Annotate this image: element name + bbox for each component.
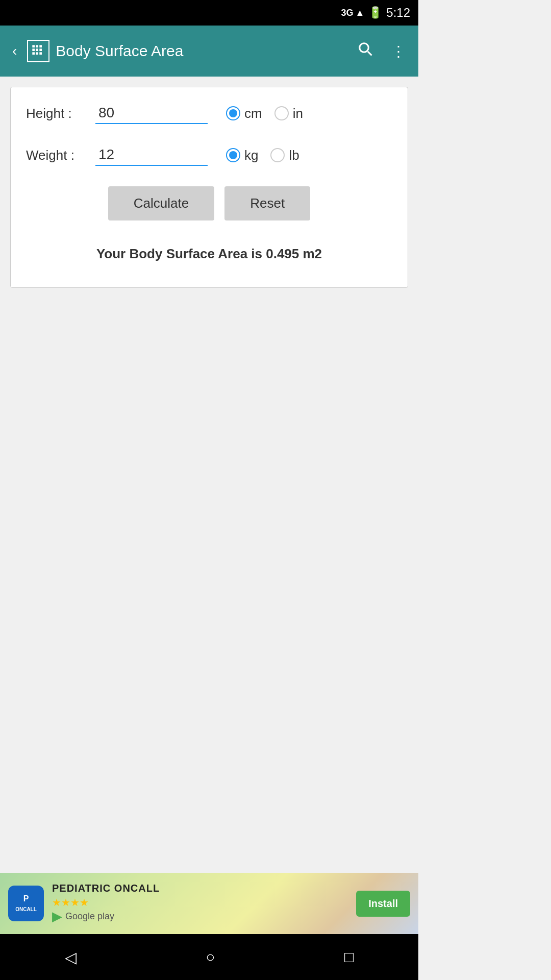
- signal-indicator: 3G ▲: [341, 8, 364, 18]
- height-cm-label: cm: [244, 106, 262, 121]
- weight-lb-option[interactable]: lb: [270, 148, 299, 163]
- svg-rect-3: [33, 48, 35, 51]
- svg-rect-8: [40, 52, 42, 55]
- height-in-radio[interactable]: [274, 106, 289, 120]
- ad-icon-text: PONCALL: [15, 894, 37, 913]
- svg-rect-4: [36, 48, 39, 51]
- svg-rect-7: [36, 52, 39, 55]
- back-button[interactable]: ‹: [8, 39, 21, 63]
- store-label: Google play: [65, 911, 114, 922]
- ad-store: ▶ Google play: [52, 909, 348, 924]
- ad-info: PEDIATRIC ONCALL ★★★★ ▶ Google play: [52, 883, 348, 924]
- status-bar: 3G ▲ 🔋 5:12: [0, 0, 418, 26]
- search-button[interactable]: [354, 37, 377, 65]
- back-nav-button[interactable]: ◁: [49, 943, 92, 971]
- height-unit-group: cm in: [226, 106, 303, 121]
- svg-rect-0: [33, 45, 35, 47]
- weight-label: Weight :: [26, 148, 87, 163]
- weight-unit-group: kg lb: [226, 148, 299, 163]
- ad-banner[interactable]: PONCALL PEDIATRIC ONCALL ★★★★ ▶ Google p…: [0, 873, 418, 934]
- height-row: Height : cm in: [26, 103, 392, 124]
- height-input[interactable]: [95, 103, 208, 124]
- more-options-button[interactable]: ⋮: [387, 39, 410, 64]
- svg-point-9: [360, 43, 369, 53]
- svg-rect-5: [40, 48, 42, 51]
- svg-rect-2: [40, 45, 42, 47]
- height-cm-option[interactable]: cm: [226, 106, 262, 121]
- battery-icon: 🔋: [368, 6, 382, 19]
- page-title: Body Surface Area: [56, 42, 347, 60]
- svg-rect-6: [33, 52, 35, 55]
- recents-nav-button[interactable]: □: [329, 943, 369, 971]
- weight-kg-label: kg: [244, 148, 258, 163]
- height-label: Height :: [26, 106, 87, 121]
- ad-app-icon: PONCALL: [8, 886, 44, 921]
- app-bar: ‹ Body Surface Area ⋮: [0, 26, 418, 77]
- weight-row: Weight : kg lb: [26, 144, 392, 166]
- play-store-icon: ▶: [52, 909, 62, 924]
- height-cm-radio[interactable]: [226, 106, 240, 120]
- signal-icon: ▲: [355, 8, 364, 18]
- height-in-label: in: [293, 106, 303, 121]
- svg-rect-1: [36, 45, 39, 47]
- network-type: 3G: [341, 8, 353, 18]
- calculator-card: Height : cm in Weight : kg: [10, 87, 408, 288]
- time-display: 5:12: [386, 6, 410, 20]
- result-display: Your Body Surface Area is 0.495 m2: [26, 241, 392, 267]
- main-content: Height : cm in Weight : kg: [0, 77, 418, 298]
- calculate-button[interactable]: Calculate: [108, 186, 214, 220]
- weight-input[interactable]: [95, 144, 208, 166]
- action-buttons: Calculate Reset: [26, 186, 392, 220]
- app-bar-actions: ⋮: [354, 37, 410, 65]
- weight-lb-radio[interactable]: [270, 148, 285, 162]
- reset-button[interactable]: Reset: [224, 186, 310, 220]
- install-button[interactable]: Install: [356, 891, 410, 917]
- app-icon: [27, 40, 49, 62]
- ad-app-name: PEDIATRIC ONCALL: [52, 883, 348, 894]
- ad-stars: ★★★★: [52, 896, 348, 909]
- weight-kg-radio[interactable]: [226, 148, 240, 162]
- nav-bar: ◁ ○ □: [0, 934, 418, 980]
- height-in-option[interactable]: in: [274, 106, 303, 121]
- empty-area: [0, 298, 418, 584]
- weight-lb-label: lb: [289, 148, 299, 163]
- home-nav-button[interactable]: ○: [190, 943, 230, 971]
- weight-kg-option[interactable]: kg: [226, 148, 258, 163]
- svg-line-10: [368, 52, 372, 56]
